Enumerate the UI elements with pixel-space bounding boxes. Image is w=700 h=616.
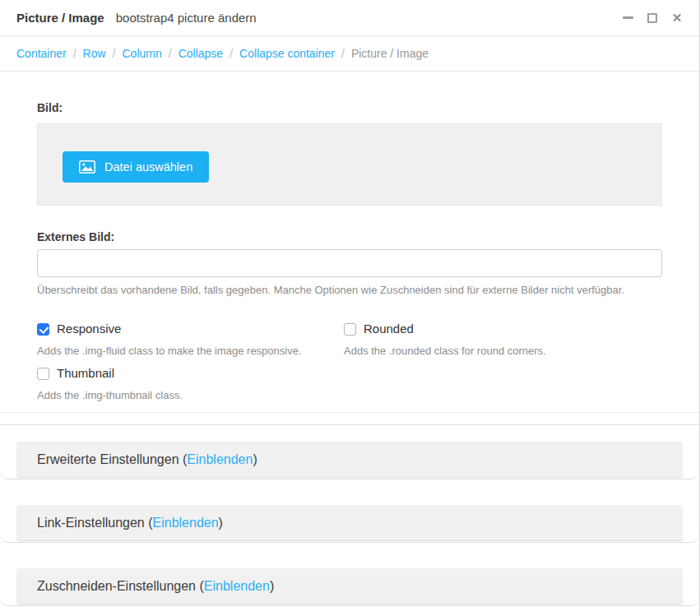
- responsive-checkbox[interactable]: [37, 323, 49, 336]
- close-button[interactable]: ✕: [665, 6, 689, 30]
- rounded-checkbox-row[interactable]: Rounded: [344, 322, 662, 336]
- collapsed-sections: Erweiterte Einstellungen (Einblenden) Li…: [0, 424, 699, 606]
- breadcrumb-link-column[interactable]: Column: [123, 47, 162, 60]
- choose-file-button-label: Datei auswählen: [104, 160, 192, 174]
- close-icon: ✕: [672, 12, 683, 24]
- choose-file-button[interactable]: Datei auswählen: [63, 151, 209, 183]
- thumbnail-option: Thumbnail Adds the .img-thumbnail class.: [37, 366, 344, 402]
- options-grid: Responsive Adds the .img-fluid class to …: [37, 322, 662, 402]
- minimize-button[interactable]: [615, 6, 640, 30]
- breadcrumb-link-row[interactable]: Row: [83, 47, 106, 60]
- breadcrumb-separator: /: [169, 47, 172, 60]
- thumbnail-checkbox-row[interactable]: Thumbnail: [37, 366, 344, 381]
- advanced-settings-section: Erweiterte Einstellungen (Einblenden): [0, 425, 699, 479]
- rounded-checkbox-label[interactable]: Rounded: [364, 322, 414, 336]
- breadcrumb-current: Picture / Image: [351, 47, 429, 60]
- breadcrumb-separator: /: [229, 47, 233, 60]
- breadcrumb-separator: /: [73, 47, 76, 60]
- paren-close: ): [253, 452, 257, 466]
- breadcrumb-separator: /: [341, 47, 345, 60]
- advanced-settings-header[interactable]: Erweiterte Einstellungen (Einblenden): [16, 442, 683, 477]
- window-title: Picture / Image: [16, 11, 104, 25]
- crop-settings-title: Zuschneiden-Einstellungen: [37, 579, 196, 593]
- breadcrumb-link-collapse-container[interactable]: Collapse container: [239, 47, 335, 60]
- thumbnail-checkbox-label[interactable]: Thumbnail: [57, 366, 114, 381]
- paren-close: ): [270, 579, 274, 593]
- advanced-settings-toggle-link[interactable]: Einblenden: [187, 452, 253, 466]
- breadcrumb: Container / Row / Column / Collapse / Co…: [0, 36, 699, 72]
- paren-close: ): [219, 516, 223, 530]
- advanced-settings-title: Erweiterte Einstellungen: [37, 452, 179, 466]
- maximize-button[interactable]: [640, 6, 665, 30]
- breadcrumb-link-container[interactable]: Container: [16, 47, 67, 60]
- image-upload-dropzone: Datei auswählen: [37, 123, 662, 206]
- options-column-right: Rounded Adds the .rounded class for roun…: [344, 322, 662, 402]
- thumbnail-help: Adds the .img-thumbnail class.: [37, 389, 344, 402]
- window-subtitle: bootstrap4 picture ändern: [116, 11, 257, 25]
- breadcrumb-separator: /: [113, 47, 116, 60]
- thumbnail-checkbox[interactable]: [37, 368, 49, 380]
- form-content: Bild: Datei auswählen Externes Bild: Übe…: [0, 72, 699, 413]
- link-settings-header[interactable]: Link-Einstellungen (Einblenden): [16, 505, 683, 540]
- rounded-checkbox[interactable]: [344, 323, 356, 336]
- rounded-help: Adds the .rounded class for round corner…: [344, 345, 662, 358]
- image-field-label: Bild:: [37, 101, 662, 115]
- crop-settings-toggle-link[interactable]: Einblenden: [204, 579, 270, 593]
- breadcrumb-link-collapse[interactable]: Collapse: [178, 47, 223, 60]
- external-image-label: Externes Bild:: [37, 230, 662, 244]
- options-column-left: Responsive Adds the .img-fluid class to …: [37, 322, 344, 402]
- responsive-option: Responsive Adds the .img-fluid class to …: [37, 322, 344, 358]
- modal-window: Picture / Image bootstrap4 picture änder…: [0, 0, 700, 616]
- link-settings-title: Link-Einstellungen: [37, 516, 145, 530]
- external-image-help: Überschreibt das vorhandene Bild, falls …: [37, 284, 662, 297]
- titlebar: Picture / Image bootstrap4 picture änder…: [0, 0, 699, 36]
- responsive-checkbox-row[interactable]: Responsive: [37, 322, 344, 336]
- external-image-input[interactable]: [37, 249, 662, 277]
- minimize-icon: [623, 16, 633, 19]
- image-icon: [79, 160, 95, 174]
- responsive-help: Adds the .img-fluid class to make the im…: [37, 345, 344, 358]
- link-settings-toggle-link[interactable]: Einblenden: [153, 516, 219, 530]
- crop-settings-section: Zuschneiden-Einstellungen (Einblenden): [0, 543, 699, 606]
- responsive-checkbox-label[interactable]: Responsive: [57, 322, 121, 336]
- rounded-option: Rounded Adds the .rounded class for roun…: [344, 322, 662, 358]
- maximize-icon: [647, 13, 657, 23]
- link-settings-section: Link-Einstellungen (Einblenden): [0, 479, 699, 543]
- crop-settings-header[interactable]: Zuschneiden-Einstellungen (Einblenden): [16, 568, 683, 604]
